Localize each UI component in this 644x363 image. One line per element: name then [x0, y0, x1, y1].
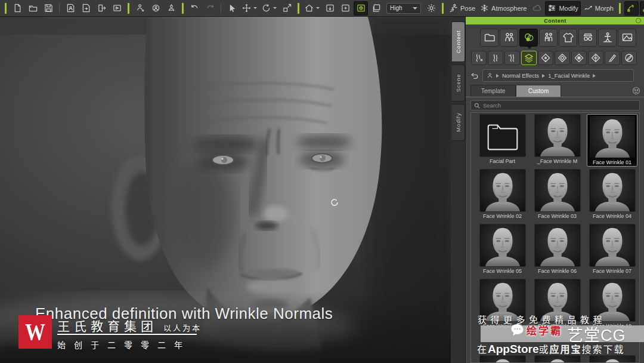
tab-custom[interactable]: Custom [516, 85, 561, 97]
content-subcategory-icons [471, 51, 637, 65]
asset-item[interactable]: _Face Wrinkle M [532, 114, 583, 167]
asset-item[interactable]: Face Wrinkle 02 [477, 169, 528, 222]
tab-scene[interactable]: Scene [452, 64, 465, 101]
undo-button[interactable] [187, 1, 202, 16]
select-tool-button[interactable] [225, 1, 239, 16]
wrinkle-c-icon[interactable] [504, 51, 520, 65]
asset-item-folder[interactable]: Facial Part [477, 114, 528, 167]
breadcrumb-root[interactable]: Normal Effects [502, 72, 539, 79]
gear-icon[interactable] [636, 18, 641, 23]
normal-layers-icon[interactable] [521, 51, 537, 65]
modify-button[interactable]: Modify [545, 1, 580, 16]
group-separator [182, 3, 184, 14]
breadcrumb-arrow-icon [496, 74, 499, 78]
import-doc-button[interactable] [63, 1, 78, 16]
effects-disabled-button [530, 1, 544, 16]
wrinkle-b-icon[interactable] [488, 51, 503, 65]
preview-light-button[interactable] [424, 1, 438, 16]
character-pair-icon[interactable] [500, 29, 518, 47]
promo-line3: 在AppStore或应用宝搜索下载 [477, 342, 625, 356]
tab-template[interactable]: Template [470, 85, 516, 97]
pose-button[interactable]: Pose [447, 1, 477, 16]
search-input[interactable] [483, 102, 636, 109]
dock-add-button[interactable] [338, 1, 352, 16]
panel-title: Content [544, 18, 566, 24]
logo-letter: W [25, 319, 45, 345]
app-window: High Pose Atmosphere Modify Morph InstaL… [0, 0, 644, 363]
company-slogan: 始创于二零零二年 [57, 339, 191, 350]
head-thumbnail [534, 355, 581, 363]
character-scan-button[interactable] [148, 1, 163, 16]
character-send-button[interactable] [164, 1, 178, 16]
home-view-button[interactable] [303, 1, 321, 16]
search-icon [474, 103, 480, 109]
diamond-outline-icon[interactable] [555, 51, 570, 65]
export-doc-button[interactable] [79, 1, 93, 16]
feedback-smiley-icon[interactable] [632, 87, 640, 95]
folder-icon [479, 114, 526, 157]
company-name-row: 王氏教育集团以人为本 [57, 316, 202, 334]
template-custom-tabs: Template Custom [466, 85, 644, 97]
divider [59, 4, 60, 13]
asset-item[interactable]: Face Wrinkle 04 [587, 169, 637, 222]
head-thumbnail [534, 114, 581, 157]
asset-item[interactable]: Face Wrinkle 06 [532, 224, 583, 276]
motion-figure-icon[interactable] [598, 29, 617, 47]
head-thumbnail [479, 224, 526, 267]
dock-stack-button[interactable] [369, 1, 383, 16]
rotate-tool-button[interactable] [260, 1, 278, 16]
asset-item[interactable]: Face Wrinkle 03 [532, 169, 583, 222]
back-button[interactable] [469, 70, 480, 81]
export-content-button[interactable] [94, 1, 109, 16]
accessory-icon[interactable] [578, 29, 597, 47]
search-box [470, 100, 640, 110]
edit-motion-button[interactable] [640, 1, 644, 16]
scale-tool-button[interactable] [280, 1, 294, 16]
asset-item[interactable]: Face Wrinkle 07 [587, 224, 637, 276]
breadcrumb-current[interactable]: 1_Facial Wrinkle [548, 72, 590, 79]
asset-item[interactable] [477, 355, 528, 363]
group-separator [298, 3, 299, 14]
avatar-icon [487, 72, 493, 79]
breadcrumb-arrow-icon [542, 74, 545, 78]
save-project-button[interactable] [41, 1, 55, 16]
sphere-paint-icon[interactable] [621, 51, 637, 65]
dock-content-button[interactable] [354, 1, 368, 16]
character-link-button[interactable] [133, 1, 147, 16]
tab-content[interactable]: Content [452, 21, 465, 62]
stage-backdrop-icon[interactable] [618, 29, 636, 47]
dressed-pair-icon[interactable] [539, 29, 558, 47]
render-media-button[interactable] [110, 1, 124, 16]
diamond-split-icon[interactable] [588, 51, 603, 65]
head-thumbnail [479, 169, 526, 212]
new-file-button[interactable] [10, 1, 24, 16]
morph-button[interactable]: Morph [582, 1, 615, 16]
head-thumbnail [589, 355, 636, 363]
asset-item[interactable]: Face Wrinkle 05 [477, 224, 528, 276]
asset-item-selected[interactable]: Face Wrinkle 01 [587, 114, 637, 167]
move-tool-button[interactable] [240, 1, 259, 16]
company-motto: 以人为本 [163, 324, 202, 333]
edit-mesh-button[interactable] [624, 1, 639, 16]
open-project-button[interactable] [26, 1, 40, 16]
asset-item[interactable] [587, 355, 637, 363]
main-toolbar: High Pose Atmosphere Modify Morph InstaL… [0, 0, 644, 17]
redo-button[interactable] [203, 1, 217, 16]
cloth-icon[interactable] [559, 29, 577, 47]
head-thumbnail [534, 169, 581, 212]
wrinkle-a-icon[interactable] [471, 51, 487, 65]
render-quality-select[interactable]: High [386, 3, 421, 14]
group-separator [128, 3, 129, 14]
asset-item[interactable] [532, 355, 583, 363]
tab-modify[interactable]: Modify [452, 104, 465, 141]
project-folder-icon[interactable] [480, 29, 499, 47]
material-icon[interactable] [519, 29, 538, 47]
modify-label: Modify [559, 5, 578, 12]
diamond-mask-icon[interactable] [538, 51, 553, 65]
diamond-solid-icon[interactable] [571, 51, 587, 65]
breadcrumb-row: Normal Effects 1_Facial Wrinkle [466, 69, 644, 82]
content-category-icons [480, 29, 636, 47]
pen-edit-icon[interactable] [605, 51, 620, 65]
atmosphere-button[interactable]: Atmosphere [478, 1, 528, 16]
dock-bottom-button[interactable] [323, 1, 337, 16]
